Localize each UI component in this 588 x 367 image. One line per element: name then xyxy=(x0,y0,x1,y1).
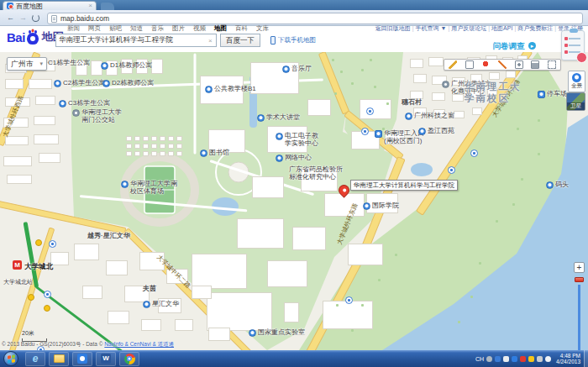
baidu-taskbar-icon[interactable] xyxy=(72,352,92,366)
survey-clipboard-illustration[interactable] xyxy=(561,30,585,60)
building xyxy=(292,227,326,250)
nav-link-网页[interactable]: 网页 xyxy=(88,24,101,33)
panorama-button[interactable]: 全景 xyxy=(568,71,585,92)
header-link[interactable]: 地图API xyxy=(491,25,512,31)
header-link[interactable]: 用户反馈论坛 xyxy=(451,25,486,31)
show-desktop-button[interactable] xyxy=(584,350,588,367)
word-taskbar-icon[interactable]: W xyxy=(96,352,116,366)
map-poi-label: 码头 xyxy=(546,181,569,189)
map-poi-label: 网络中心 xyxy=(276,155,312,162)
logo-text: Bai xyxy=(7,30,25,45)
poi-icon xyxy=(257,114,265,122)
tree xyxy=(351,82,354,85)
tree xyxy=(334,92,337,95)
map-canvas[interactable]: C1栋学生公寓D1栋教师公寓C2栋学生公寓D2栋教师公寓C3栋学生公寓华南理工大… xyxy=(0,52,588,350)
speaker-tray-icon[interactable] xyxy=(545,356,551,362)
print-tool-icon[interactable] xyxy=(531,60,539,69)
bus-stop-icon[interactable] xyxy=(361,128,369,135)
bus-stop-icon[interactable] xyxy=(44,291,51,298)
bluev-tray-icon[interactable] xyxy=(512,356,517,362)
browser-tab[interactable]: 百度地图 × xyxy=(3,1,97,10)
nav-link-文库[interactable]: 文库 xyxy=(256,24,269,33)
header-link[interactable]: 返回旧版地图 xyxy=(375,25,411,31)
search-input[interactable] xyxy=(59,36,208,45)
metro-exit-icon[interactable] xyxy=(28,294,34,301)
net-tray-icon[interactable] xyxy=(537,356,543,362)
poi-icon xyxy=(200,149,207,157)
nav-link-地图[interactable]: 地图 xyxy=(214,24,227,33)
ruler-tool-icon[interactable] xyxy=(449,60,457,69)
metro-exit-icon[interactable] xyxy=(44,305,50,312)
language-indicator[interactable]: CH xyxy=(475,356,484,362)
header-link[interactable]: 手机查询 ▼ xyxy=(416,25,447,31)
poi-icon xyxy=(442,81,449,88)
nav-link-音乐[interactable]: 音乐 xyxy=(151,24,164,33)
nav-link-视频[interactable]: 视频 xyxy=(193,24,206,33)
satellite-button[interactable]: 卫星 xyxy=(566,92,585,111)
zoom-slider-handle[interactable] xyxy=(575,277,584,282)
back-button[interactable]: ← xyxy=(5,13,16,24)
building xyxy=(143,136,149,141)
gray-tray-icon[interactable] xyxy=(486,356,492,362)
pencil-tool-icon[interactable] xyxy=(498,60,507,69)
map-poi-label: 国家重点实验室 xyxy=(249,329,305,337)
building xyxy=(175,319,193,331)
building xyxy=(35,96,55,105)
map-poi-label: D1栋教师公寓 xyxy=(101,62,152,70)
poi-icon xyxy=(418,128,426,135)
reload-button[interactable] xyxy=(32,14,39,22)
blue-tray-icon[interactable] xyxy=(495,356,501,362)
header-link[interactable]: 商户免费标注 xyxy=(517,25,553,31)
bus-stop-icon[interactable] xyxy=(49,240,56,248)
tab-close-icon[interactable]: × xyxy=(88,3,92,9)
white-tray-icon[interactable] xyxy=(503,356,509,362)
nav-link-知道[interactable]: 知道 xyxy=(130,24,143,33)
nav-link-图片[interactable]: 图片 xyxy=(172,24,185,33)
survey-title[interactable]: 问卷调查 xyxy=(493,41,525,50)
map-poi-label: 国际学院 xyxy=(363,202,399,210)
poi-icon xyxy=(276,133,283,140)
building xyxy=(413,74,427,83)
taskbar-clock[interactable]: 4:48 PM 4/24/2013 xyxy=(556,353,580,364)
yellow-tray-icon[interactable] xyxy=(528,356,534,362)
ie-taskbar-icon[interactable]: e xyxy=(25,352,45,366)
clear-search-icon[interactable]: × xyxy=(208,37,213,45)
city-selector[interactable]: 广州市 ▾ xyxy=(7,57,47,71)
red-tray-icon[interactable] xyxy=(520,356,526,362)
search-result-label[interactable]: 华南理工大学计算机科学与工程学院 xyxy=(350,180,458,191)
baidu-map-favicon xyxy=(7,3,13,9)
download-mobile-map-link[interactable]: 下载手机地图 xyxy=(270,36,316,45)
folder-taskbar-icon[interactable] xyxy=(49,352,69,366)
poi-icon xyxy=(205,86,213,93)
search-button[interactable]: 百度一下 xyxy=(220,34,260,47)
nav-link-新闻[interactable]: 新闻 xyxy=(67,24,80,33)
bus-stop-icon[interactable] xyxy=(345,296,353,304)
chrome-taskbar-icon[interactable] xyxy=(119,352,139,366)
fullscreen-tool-icon[interactable] xyxy=(548,60,556,69)
bus-stop-icon[interactable] xyxy=(470,149,478,157)
start-button[interactable] xyxy=(3,351,18,366)
metro-station-icon[interactable]: M xyxy=(13,260,22,270)
metro-exit-icon[interactable] xyxy=(35,239,42,246)
building xyxy=(252,176,284,198)
bus-stop-icon[interactable] xyxy=(448,166,455,174)
map-poi-label: 学术大讲堂 xyxy=(257,114,300,122)
building xyxy=(267,260,307,287)
forward-button[interactable]: → xyxy=(18,13,29,24)
screenshot-tool-icon[interactable] xyxy=(515,60,523,69)
new-tab-button[interactable] xyxy=(101,3,114,10)
area-tool-icon[interactable] xyxy=(465,60,474,69)
building xyxy=(237,218,284,249)
baidu-icon xyxy=(77,354,87,364)
zoom-in-button[interactable]: + xyxy=(574,262,585,273)
nav-link-百科[interactable]: 百科 xyxy=(235,24,248,33)
poi-icon xyxy=(375,130,382,138)
search-box[interactable]: × xyxy=(55,34,217,47)
marker-tool-icon[interactable] xyxy=(481,60,490,69)
zoom-slider-track[interactable] xyxy=(578,285,580,350)
nav-link-贴吧[interactable]: 贴吧 xyxy=(109,24,122,33)
tree xyxy=(470,296,473,298)
building xyxy=(39,153,60,163)
bus-stop-icon[interactable] xyxy=(366,107,374,115)
address-bar[interactable]: map.baidu.com xyxy=(47,13,583,24)
